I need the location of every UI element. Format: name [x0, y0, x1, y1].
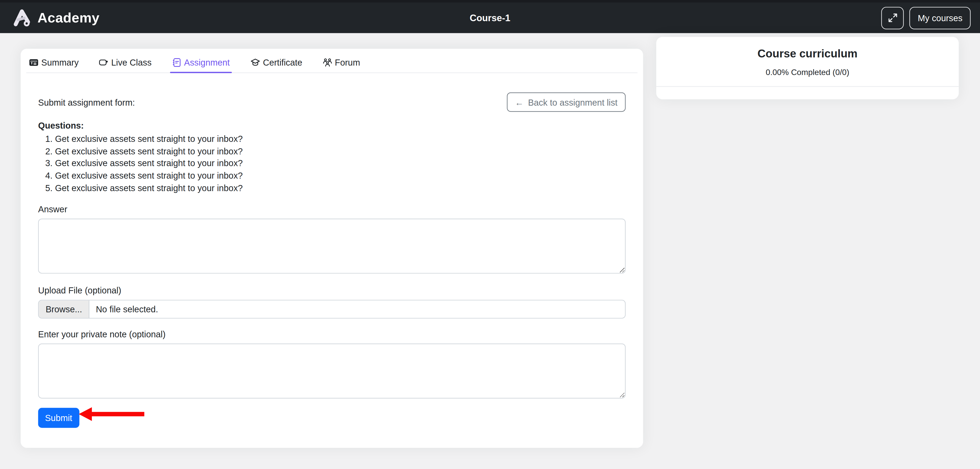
graduation-cap-icon: [250, 57, 261, 67]
top-navbar: Academy Course-1 My courses: [0, 0, 980, 33]
brand-logo-link[interactable]: Academy: [11, 6, 100, 29]
submit-button[interactable]: Submit: [38, 407, 79, 428]
tab-label: Assignment: [184, 57, 230, 67]
page: Academy Course-1 My courses: [0, 0, 980, 469]
tab-label: Forum: [335, 57, 360, 67]
tab-certificate[interactable]: Certificate: [250, 52, 302, 73]
answer-textarea[interactable]: [38, 219, 625, 273]
left-arrow-icon: ←: [515, 97, 523, 107]
curriculum-progress-text: 0.00% Completed (0/0): [656, 66, 959, 78]
course-title: Course-1: [469, 13, 510, 23]
questions-heading: Questions:: [38, 119, 625, 132]
tab-assignment[interactable]: Assignment: [172, 52, 230, 73]
content-area: Summary Live Class: [0, 33, 980, 469]
private-note-textarea[interactable]: [38, 343, 625, 398]
my-courses-button[interactable]: My courses: [910, 6, 970, 29]
summary-card-icon: [29, 57, 39, 67]
people-icon: [322, 57, 332, 67]
browse-button[interactable]: Browse...: [39, 300, 90, 318]
tab-label: Live Class: [111, 57, 151, 67]
assignment-card: Summary Live Class: [21, 49, 643, 448]
private-note-label: Enter your private note (optional): [38, 328, 625, 341]
answer-label: Answer: [38, 203, 625, 215]
upload-file-label: Upload File (optional): [38, 284, 625, 297]
course-tabs: Summary Live Class: [26, 49, 638, 73]
question-item: Get exclusive assets sent straight to yo…: [55, 146, 625, 158]
fullscreen-button[interactable]: [881, 6, 904, 29]
assignment-icon: [172, 57, 181, 67]
topbar-actions: My courses: [881, 6, 970, 29]
curriculum-divider: [656, 86, 959, 87]
question-item: Get exclusive assets sent straight to yo…: [55, 170, 625, 182]
tab-label: Summary: [41, 57, 79, 67]
question-item: Get exclusive assets sent straight to yo…: [55, 182, 625, 195]
assignment-form: Submit assignment form: ← Back to assign…: [21, 92, 643, 428]
form-title: Submit assignment form:: [38, 97, 135, 107]
back-button-label: Back to assignment list: [528, 97, 617, 107]
tab-label: Certificate: [263, 57, 302, 67]
video-camera-icon: [99, 57, 109, 67]
file-status-text: No file selected.: [90, 300, 164, 318]
question-item: Get exclusive assets sent straight to yo…: [55, 158, 625, 170]
back-to-assignment-list-button[interactable]: ← Back to assignment list: [507, 92, 625, 112]
tab-live-class[interactable]: Live Class: [99, 52, 152, 73]
file-upload-input[interactable]: Browse... No file selected.: [38, 299, 625, 318]
curriculum-title: Course curriculum: [656, 46, 959, 62]
fullscreen-icon: [888, 13, 898, 23]
tab-forum[interactable]: Forum: [322, 52, 360, 73]
questions-list: Get exclusive assets sent straight to yo…: [38, 133, 625, 195]
course-curriculum-panel: Course curriculum 0.00% Completed (0/0): [656, 37, 959, 99]
brand-name: Academy: [38, 10, 100, 26]
question-item: Get exclusive assets sent straight to yo…: [55, 133, 625, 145]
academy-logo-icon: [11, 6, 33, 29]
tab-summary[interactable]: Summary: [29, 52, 79, 73]
